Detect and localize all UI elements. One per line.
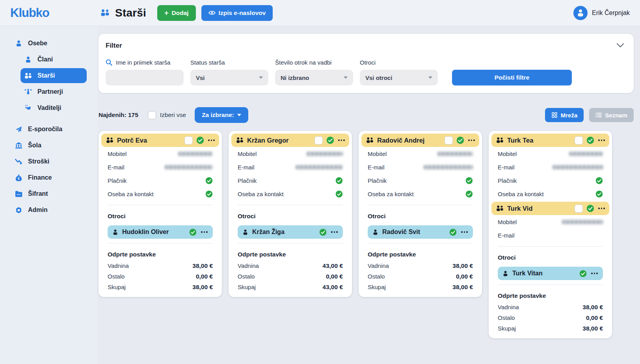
parent-card: Radovič Andrej Mobitel E-mail Plačnik Os… bbox=[359, 131, 482, 297]
vadnina-label: Vadnina bbox=[368, 262, 389, 269]
more-menu-icon[interactable] bbox=[591, 271, 598, 276]
vadnina-label: Vadnina bbox=[108, 262, 129, 269]
add-button[interactable]: + Dodaj bbox=[157, 5, 196, 21]
for-selected-dropdown[interactable]: Za izbrane: bbox=[195, 107, 248, 123]
whistle-icon bbox=[24, 105, 32, 111]
vadnina-value: 38,00 € bbox=[582, 304, 603, 311]
sidebar-item-vaditelji[interactable]: Vaditelji bbox=[20, 100, 87, 115]
person-icon bbox=[502, 271, 508, 277]
card-header: Kržan Gregor bbox=[231, 134, 349, 147]
card-checkbox[interactable] bbox=[445, 136, 453, 145]
sidebar-item-stroski[interactable]: Stroški bbox=[11, 154, 87, 169]
child-name: Hudoklin Oliver bbox=[122, 228, 185, 236]
check-circle-icon bbox=[335, 177, 343, 184]
kontakt-label: Oseba za kontakt bbox=[368, 191, 414, 197]
sidebar-item-label: Osebe bbox=[28, 40, 47, 47]
email-label: E-mail bbox=[498, 232, 515, 239]
mobitel-label: Mobitel bbox=[498, 219, 517, 225]
grid-icon bbox=[551, 112, 558, 118]
email-label: E-mail bbox=[238, 164, 255, 171]
redacted-phone bbox=[562, 220, 603, 224]
sidebar-item-sola[interactable]: Šola bbox=[11, 138, 87, 153]
sidebar-item-starsi[interactable]: Starši bbox=[20, 68, 87, 83]
child-chip[interactable]: Turk Vitan bbox=[498, 267, 603, 280]
select-all-checkbox[interactable] bbox=[148, 111, 156, 119]
more-menu-icon[interactable] bbox=[598, 206, 605, 211]
children-select-value: Vsi otroci bbox=[365, 74, 392, 81]
person-icon bbox=[112, 229, 118, 235]
check-circle-icon bbox=[465, 177, 473, 184]
person-icon bbox=[372, 229, 378, 235]
grid-view-button[interactable]: Mreža bbox=[545, 108, 584, 122]
sidebar-item-esporocila[interactable]: E-sporočila bbox=[11, 122, 87, 137]
email-label: E-mail bbox=[368, 164, 385, 171]
sidebar-item-admin[interactable]: Admin bbox=[11, 202, 87, 217]
vadnina-label: Vadnina bbox=[238, 262, 259, 269]
filter-group-children: Otroci Vsi otroci bbox=[360, 58, 438, 85]
clear-filters-button[interactable]: Počisti filtre bbox=[452, 70, 572, 85]
ostalo-value: 0,00 € bbox=[586, 314, 603, 321]
child-name: Kržan Žiga bbox=[252, 228, 315, 236]
export-emails-button[interactable]: Izpis e-naslovov bbox=[201, 5, 273, 21]
child-chip[interactable]: Radovič Svit bbox=[368, 225, 473, 239]
filter-group-status: Status starša Vsi bbox=[190, 58, 268, 85]
skupaj-label: Skupaj bbox=[368, 284, 386, 290]
sidebar-item-clani[interactable]: Člani bbox=[20, 52, 87, 67]
person-icon bbox=[15, 40, 22, 47]
card-header: Turk Vid bbox=[491, 202, 609, 215]
status-select[interactable]: Vsi bbox=[190, 70, 268, 85]
paper-plane-icon bbox=[15, 126, 22, 133]
user-name: Erik Čerpnjak bbox=[592, 9, 630, 17]
sidebar-item-label: Vaditelji bbox=[37, 104, 61, 111]
skupaj-label: Skupaj bbox=[498, 325, 516, 332]
filter-children-label: Otroci bbox=[360, 59, 376, 66]
user-menu[interactable]: Erik Čerpnjak bbox=[573, 6, 630, 20]
ostalo-label: Ostalo bbox=[238, 273, 255, 280]
more-menu-icon[interactable] bbox=[461, 230, 468, 234]
check-circle-icon bbox=[465, 190, 473, 198]
sidebar-item-osebe[interactable]: Osebe bbox=[11, 36, 87, 51]
logo[interactable]: Klubko bbox=[10, 6, 100, 20]
skupaj-value: 38,00 € bbox=[452, 284, 473, 291]
children-select[interactable]: Vsi otroci bbox=[360, 70, 438, 85]
card-checkbox[interactable] bbox=[575, 136, 583, 145]
divider bbox=[238, 243, 343, 243]
sidebar-item-partnerji[interactable]: Partnerji bbox=[20, 84, 87, 99]
more-menu-icon[interactable] bbox=[208, 138, 215, 143]
more-menu-icon[interactable] bbox=[598, 138, 605, 143]
filter-name-label: Ime in priimek starša bbox=[116, 59, 170, 66]
kontakt-label: Oseba za kontakt bbox=[238, 191, 284, 197]
hexagon-icon bbox=[15, 207, 22, 214]
card-checkbox[interactable] bbox=[575, 204, 583, 213]
chevron-down-icon[interactable] bbox=[616, 43, 624, 48]
card-checkbox[interactable] bbox=[314, 136, 323, 145]
more-menu-icon[interactable] bbox=[331, 230, 338, 234]
check-circle-icon bbox=[205, 177, 213, 184]
sidebar-item-sifrant[interactable]: Šifrant bbox=[11, 186, 87, 201]
sidebar-item-finance[interactable]: Finance bbox=[11, 170, 87, 185]
parent-name-input[interactable] bbox=[106, 70, 184, 85]
skupaj-value: 38,00 € bbox=[582, 325, 603, 332]
cards-grid: Potrč Eva Mobitel E-mail Plačnik Oseba z… bbox=[99, 131, 634, 338]
child-name: Radovič Svit bbox=[382, 228, 445, 236]
more-menu-icon[interactable] bbox=[338, 138, 345, 143]
more-menu-icon[interactable] bbox=[201, 230, 208, 234]
child-chip[interactable]: Hudoklin Oliver bbox=[108, 225, 213, 239]
parent-name: Turk Tea bbox=[507, 137, 571, 144]
check-circle-icon bbox=[189, 228, 197, 236]
people-icon bbox=[100, 9, 110, 17]
child-chip[interactable]: Kržan Žiga bbox=[238, 225, 343, 239]
mobitel-label: Mobitel bbox=[368, 150, 387, 157]
sidebar-item-label: Člani bbox=[37, 56, 53, 63]
card-checkbox[interactable] bbox=[184, 136, 193, 145]
children-count-select[interactable]: Ni izbrano bbox=[275, 70, 353, 85]
page-title: Starši bbox=[115, 7, 146, 19]
check-circle-icon bbox=[595, 190, 603, 198]
filter-title: Filter bbox=[106, 42, 624, 50]
more-menu-icon[interactable] bbox=[468, 138, 475, 143]
check-circle-icon bbox=[326, 136, 334, 144]
eye-icon bbox=[208, 10, 216, 15]
skupaj-label: Skupaj bbox=[238, 284, 256, 290]
placnik-label: Plačnik bbox=[108, 177, 127, 184]
list-view-button[interactable]: Seznam bbox=[589, 108, 634, 122]
